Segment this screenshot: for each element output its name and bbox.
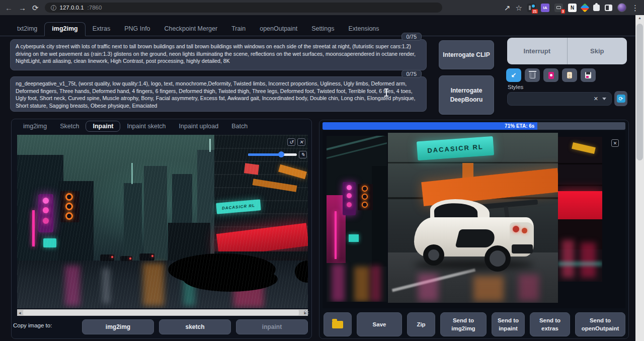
prompt-textarea[interactable]: A cyberpunk city street with lots of tra… (10, 39, 427, 70)
tab-img2img[interactable]: img2img (44, 22, 85, 36)
skip-button[interactable]: Skip (568, 38, 627, 64)
tab-checkpoint-merger[interactable]: Checkpoint Merger (157, 23, 225, 36)
gallery-close-button[interactable]: ✕ (611, 139, 619, 147)
extra-networks-card-icon (548, 72, 554, 79)
save-style-button[interactable] (581, 68, 596, 82)
url-host: 127.0.0.1 (60, 5, 84, 11)
styles-label: Styles (508, 84, 523, 90)
paste-generation-params-button[interactable]: ↙ (506, 68, 521, 82)
img2img-mode-tabs: img2img Sketch Inpaint Inpaint sketch In… (17, 121, 254, 132)
browser-menu-icon[interactable]: ⋮ (631, 4, 639, 12)
gallery-left-image[interactable] (327, 136, 387, 302)
reload-icon[interactable]: ⟳ (32, 4, 39, 12)
send-to-extras-button[interactable]: Send to extras (530, 312, 570, 336)
arrow-sw-icon: ↙ (511, 71, 517, 79)
refresh-styles-button[interactable]: ⟳ (614, 91, 627, 106)
tab-settings[interactable]: Settings (304, 23, 341, 36)
extension-badge: 21 (532, 9, 538, 14)
canvas-clear-button[interactable]: ✕ (297, 138, 305, 146)
extension-notion-icon[interactable]: N (568, 4, 577, 12)
floppy-disk-icon (585, 72, 591, 78)
brush-size-slider[interactable] (248, 153, 297, 156)
img2img-source-panel: img2img Sketch Inpaint Inpaint sketch In… (11, 119, 312, 339)
send-to-inpaint-button[interactable]: Send to inpaint (492, 312, 525, 336)
gallery-right-image[interactable] (558, 137, 602, 282)
apply-styles-button[interactable] (562, 68, 577, 82)
extension-capture-icon[interactable]: 3 (554, 4, 563, 12)
interrupt-button[interactable]: Interrupt (507, 38, 567, 64)
scroll-up-arrow-icon[interactable]: ▲ (635, 15, 644, 20)
interrupt-skip-group: Interrupt Skip (507, 38, 627, 64)
subtab-inpaint[interactable]: Inpaint (86, 121, 120, 132)
bookmark-star-icon[interactable]: ☆ (516, 4, 522, 12)
tab-extras[interactable]: Extras (86, 23, 117, 36)
clear-prompt-button[interactable] (525, 68, 540, 82)
styles-dropdown[interactable]: ✕ (507, 92, 612, 106)
subtab-batch[interactable]: Batch (225, 121, 254, 132)
text-cursor (386, 89, 387, 97)
output-gallery[interactable]: DACASICR RL (323, 131, 625, 308)
scene-rain-overlay (17, 135, 308, 308)
extension-diamond-icon[interactable] (580, 3, 589, 12)
inpaint-canvas[interactable]: DACASICR RL ↺ ✕ ✎ (17, 135, 308, 308)
progress-fill: 71% ETA: 6s (323, 122, 537, 130)
brush-tool-button[interactable]: ✎ (299, 151, 307, 158)
tab-openoutpaint[interactable]: openOutpaint (253, 23, 304, 36)
slider-thumb[interactable] (278, 151, 284, 157)
extensions-puzzle-icon[interactable] (593, 5, 600, 11)
extension-badge: 3 (561, 9, 565, 14)
browser-actions: ↗ ☆ 21 IA 3 N ⋮ (504, 3, 639, 12)
app-window: ← → ⟳ i 127.0.0.1:7860 ↗ ☆ 21 IA 3 N ⋮ ▲… (0, 0, 644, 341)
extension-sider-icon[interactable]: 21 (527, 4, 536, 12)
send-to-openoutpaint-button[interactable]: Send to openOutpaint (575, 312, 625, 336)
scroll-right-arrow-icon[interactable]: ▸ (304, 310, 306, 315)
copy-image-to-label: Copy image to: (13, 322, 52, 328)
send-to-img2img-button[interactable]: Send to img2img (440, 312, 487, 336)
extension-ia-icon[interactable]: IA (541, 4, 549, 12)
refresh-icon: ⟳ (617, 95, 625, 103)
scroll-left-arrow-icon[interactable]: ◂ (19, 310, 21, 315)
negative-prompt-textarea[interactable]: ng_deepnegative_v1_75t, (worst quality, … (10, 76, 427, 112)
site-info-icon[interactable]: i (51, 5, 56, 11)
extra-networks-button[interactable] (543, 68, 558, 82)
copy-to-img2img-button[interactable]: img2img (82, 319, 154, 334)
tab-png-info[interactable]: PNG Info (117, 23, 157, 36)
clear-selection-icon[interactable]: ✕ (594, 96, 598, 102)
live-preview-image[interactable]: DACASICR RL (388, 133, 558, 303)
forward-icon[interactable]: → (19, 4, 26, 12)
save-button[interactable]: Save (357, 312, 402, 336)
prompt-container: 0/75 A cyberpunk city street with lots o… (10, 39, 427, 70)
subtab-img2img[interactable]: img2img (17, 121, 53, 132)
tab-train[interactable]: Train (224, 23, 253, 36)
preview-teal-sign: DACASICR RL (417, 136, 494, 161)
generation-progress-bar: 71% ETA: 6s (323, 122, 625, 130)
subtab-sketch[interactable]: Sketch (53, 121, 86, 132)
progress-label: 71% ETA: 6s (505, 123, 534, 129)
folder-icon (332, 321, 343, 328)
canvas-h-scrollbar-thumb[interactable] (23, 310, 299, 315)
page-scrollbar-thumb[interactable] (636, 24, 643, 160)
back-icon[interactable]: ← (5, 4, 13, 12)
tab-txt2img[interactable]: txt2img (10, 23, 44, 36)
subtab-inpaint-upload[interactable]: Inpaint upload (173, 121, 225, 132)
prompt-token-counter: 0/75 (401, 33, 422, 41)
clipboard-icon (567, 72, 572, 78)
side-panel-icon[interactable] (605, 5, 612, 11)
tab-extensions[interactable]: Extensions (341, 23, 386, 36)
interrogate-clip-button[interactable]: Interrogate CLIP (439, 40, 494, 69)
copy-to-inpaint-button[interactable]: inpaint (236, 319, 308, 334)
share-icon[interactable]: ↗ (504, 4, 511, 12)
chevron-down-icon (602, 98, 606, 100)
profile-avatar[interactable] (617, 3, 626, 12)
prompt-tools-row: ↙ (506, 68, 596, 82)
canvas-h-scrollbar[interactable]: ◂ ▸ (17, 309, 308, 316)
address-bar[interactable]: i 127.0.0.1:7860 (45, 3, 442, 13)
open-folder-button[interactable] (324, 312, 352, 336)
page-scrollbar[interactable]: ▲ (635, 15, 644, 341)
results-actions-row: Save Zip Send to img2img Send to inpaint… (324, 312, 625, 336)
zip-button[interactable]: Zip (407, 312, 435, 336)
subtab-inpaint-sketch[interactable]: Inpaint sketch (120, 121, 172, 132)
copy-to-sketch-button[interactable]: sketch (159, 319, 231, 334)
interrogate-deepbooru-button[interactable]: Interrogate DeepBooru (439, 75, 494, 115)
canvas-undo-button[interactable]: ↺ (287, 138, 295, 146)
